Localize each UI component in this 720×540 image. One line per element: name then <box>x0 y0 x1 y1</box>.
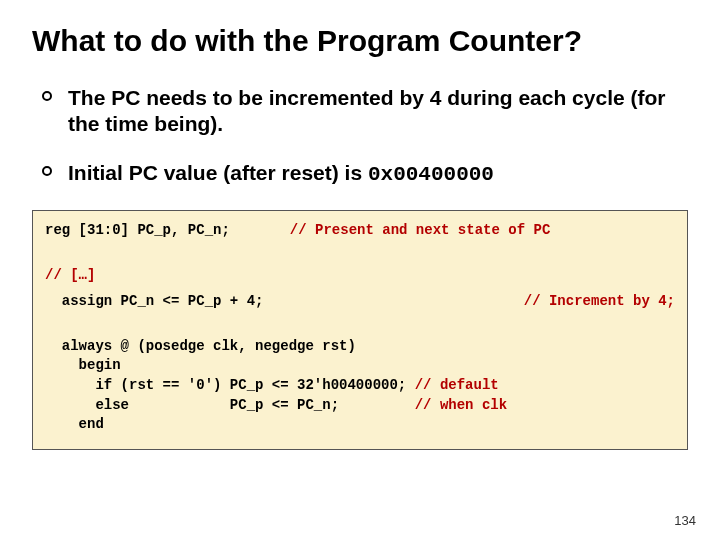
bullet-item: The PC needs to be incremented by 4 duri… <box>42 85 688 138</box>
code-comment: // default <box>415 377 499 393</box>
code-block: reg [31:0] PC_p, PC_n;// Present and nex… <box>32 210 688 450</box>
code-comment: // Present and next state of PC <box>290 221 550 241</box>
hex-literal: 0x00400000 <box>368 163 494 186</box>
code-line: always @ (posedge clk, negedge rst) <box>45 338 356 354</box>
bullet-text: The PC needs to be incremented by 4 duri… <box>68 86 666 135</box>
bullet-item: Initial PC value (after reset) is 0x0040… <box>42 160 688 188</box>
code-line: begin <box>45 357 121 373</box>
code-line: end <box>45 416 104 432</box>
bullet-list: The PC needs to be incremented by 4 duri… <box>42 85 688 188</box>
bullet-text: Initial PC value (after reset) is <box>68 161 368 184</box>
code-comment: // when clk <box>415 397 507 413</box>
code-line: else PC_p <= PC_n; <box>45 397 415 413</box>
code-line: if (rst == '0') PC_p <= 32'h00400000; <box>45 377 415 393</box>
slide-number: 134 <box>674 513 696 528</box>
code-comment: // Increment by 4; <box>484 292 675 312</box>
code-line: reg [31:0] PC_p, PC_n; <box>45 221 230 241</box>
code-comment: // […] <box>45 267 95 283</box>
slide: What to do with the Program Counter? The… <box>0 0 720 540</box>
code-line: assign PC_n <= PC_p + 4; <box>45 292 263 312</box>
slide-title: What to do with the Program Counter? <box>32 24 688 57</box>
